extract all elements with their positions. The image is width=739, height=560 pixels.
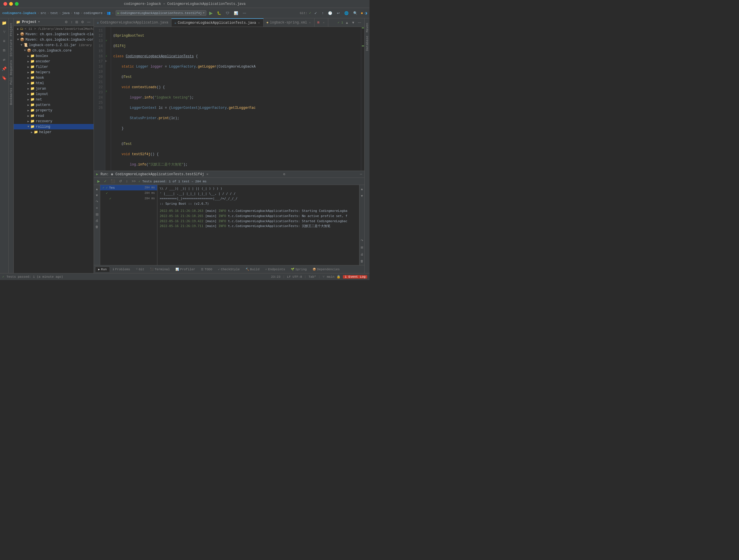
tab-bar-up-btn[interactable]: ▲ bbox=[344, 20, 349, 25]
bottom-tab-build[interactable]: 🔨 Build bbox=[243, 267, 263, 272]
breadcrumb-java[interactable]: java bbox=[62, 11, 69, 15]
tree-item-boolex[interactable]: ▶ 📁 boolex bbox=[14, 53, 94, 59]
run-up-btn[interactable]: ▲ bbox=[94, 186, 100, 192]
sidebar-item-structure[interactable]: ≡ bbox=[1, 38, 7, 44]
run-expand-all-btn[interactable]: ⊞ bbox=[359, 245, 364, 250]
tree-item-joran[interactable]: ▶ 📁 joran bbox=[14, 86, 94, 91]
sidebar-item-bookmark[interactable]: 🔖 bbox=[1, 75, 7, 81]
bottom-tab-checkstyle[interactable]: ✓ CheckStyle bbox=[215, 267, 243, 272]
panel-filter-btn[interactable]: ⊞ bbox=[75, 20, 79, 24]
tab-close-xml-icon[interactable]: ✕ bbox=[309, 21, 311, 25]
test-item-2[interactable]: ✓ 284 ms bbox=[100, 196, 157, 201]
tree-item-pattern[interactable]: ▶ 📁 pattern bbox=[14, 102, 94, 108]
bottom-tab-problems[interactable]: ℹ Problems bbox=[110, 267, 133, 272]
sidebar-item-pullreq[interactable]: ⇄ bbox=[1, 56, 7, 63]
vcs-push-button[interactable]: ↑ bbox=[320, 11, 325, 16]
close-btn[interactable] bbox=[3, 2, 7, 6]
run-clear-btn[interactable]: 🗑 bbox=[359, 258, 364, 264]
tree-item-property[interactable]: ▶ 📁 property bbox=[14, 108, 94, 113]
tree-item-helper[interactable]: ▶ 📁 helper bbox=[14, 129, 94, 135]
test-item-root[interactable]: ✓ ✓ Tes 284 ms bbox=[100, 185, 157, 190]
run-print-btn[interactable]: 🖨 bbox=[94, 218, 100, 223]
tree-item-package[interactable]: ▼ 📦 ch.qos.logback.core bbox=[14, 48, 94, 53]
tree-item-net[interactable]: ▶ 📁 net bbox=[14, 97, 94, 102]
tree-item-rolling[interactable]: ▼ 📁 rolling bbox=[14, 124, 94, 129]
vcs-rollback-button[interactable]: ↩ bbox=[335, 11, 341, 16]
panel-settings-btn[interactable]: ⚙ bbox=[64, 20, 69, 24]
tree-item-html[interactable]: ▶ 📁 html bbox=[14, 81, 94, 86]
panel-label-pullreq[interactable]: Pull Requests bbox=[9, 58, 13, 87]
run-down-btn[interactable]: ▼ bbox=[94, 192, 100, 198]
sidebar-item-project[interactable]: 📁 bbox=[1, 20, 7, 26]
tree-item-encoder[interactable]: ▶ 📁 encoder bbox=[14, 59, 94, 64]
maximize-btn[interactable] bbox=[15, 2, 19, 6]
search-button[interactable]: 🔍 bbox=[352, 11, 359, 16]
tree-item-jar[interactable]: ▼ 📜 logback-core-1.2.11.jar library root bbox=[14, 42, 94, 48]
run-toolbar-rerun-btn[interactable]: ↺ bbox=[118, 179, 123, 184]
run-toolbar-stop-btn[interactable]: ⬛ bbox=[110, 179, 116, 184]
bottom-tab-todo[interactable]: ☰ TODO bbox=[198, 267, 215, 272]
code-content[interactable]: @SpringBootTest @Slf4j class CodingmoreL… bbox=[111, 27, 361, 171]
breadcrumb-src[interactable]: src bbox=[40, 11, 46, 15]
run-print-output-btn[interactable]: 🖨 bbox=[359, 251, 364, 257]
tab-bar-down-btn[interactable]: ▼ bbox=[350, 20, 356, 25]
translate-button[interactable]: 🌐 bbox=[343, 11, 350, 16]
tab-bar-more-btn[interactable]: ⋯ bbox=[357, 20, 362, 25]
debug-button[interactable]: 🐛 bbox=[215, 11, 223, 16]
panel-label-structure[interactable]: Structure bbox=[9, 38, 13, 58]
breadcrumb-codingmore[interactable]: codingmore bbox=[84, 11, 103, 15]
run-config-dropdown[interactable]: ▶ CodingmoreLogbackApplicationTests.test… bbox=[116, 10, 207, 16]
tab-codingmore-app[interactable]: ☕ CodingmoreLogbackApplication.java bbox=[94, 18, 171, 27]
bottom-tab-terminal[interactable]: ⬛ Terminal bbox=[147, 267, 173, 272]
run-scroll-btn[interactable]: ↷ bbox=[94, 199, 100, 204]
window-controls[interactable] bbox=[3, 2, 19, 6]
coverage-button[interactable]: 🛡 bbox=[225, 11, 231, 16]
breadcrumb-test[interactable]: test bbox=[50, 11, 58, 15]
run-panel-minimize[interactable]: — bbox=[360, 172, 362, 176]
panel-close-btn[interactable]: — bbox=[86, 20, 91, 24]
bottom-tab-dependencies[interactable]: 📦 Dependencies bbox=[310, 267, 342, 272]
bottom-tab-git[interactable]: ⑂ Git bbox=[133, 267, 147, 272]
run-scroll-down-btn[interactable]: ▼ bbox=[359, 193, 364, 199]
tree-item-logback-classic[interactable]: ▶ 📦 Maven: ch.qos.logback:logback-classi… bbox=[14, 31, 94, 37]
panel-label-database[interactable]: Database bbox=[365, 34, 369, 53]
run-scroll-to-end-btn[interactable]: ↷ bbox=[359, 238, 364, 243]
vcs-update-button[interactable]: ✓ bbox=[313, 11, 319, 16]
bottom-tab-profiler[interactable]: 📊 Profiler bbox=[173, 267, 198, 272]
editor-scrollbar[interactable] bbox=[361, 27, 364, 171]
tab-codingmore-tests[interactable]: ☕ CodingmoreLogbackApplicationTests.java… bbox=[171, 18, 264, 27]
panel-sort-btn[interactable]: ↕ bbox=[70, 20, 73, 24]
tree-item-logback-core[interactable]: ▼ 📦 Maven: ch.qos.logback:logback-core:1… bbox=[14, 37, 94, 42]
tab-close-maven-icon[interactable]: ✕ bbox=[322, 21, 325, 25]
tree-item-read[interactable]: ▶ 📁 read bbox=[14, 113, 94, 119]
run-button[interactable]: ▶ bbox=[208, 10, 214, 16]
tab-maven[interactable]: m ✕ bbox=[315, 18, 328, 27]
panel-label-project[interactable]: Project bbox=[9, 21, 13, 38]
tree-item-filter[interactable]: ▶ 📁 filter bbox=[14, 64, 94, 69]
sidebar-item-maven[interactable]: m bbox=[1, 47, 7, 53]
bottom-tab-endpoints[interactable]: ⚡ Endpoints bbox=[263, 267, 288, 272]
run-toolbar-sort-btn[interactable]: ↕ bbox=[125, 179, 129, 184]
panel-gear-btn[interactable]: ⚙ bbox=[80, 20, 85, 24]
tab-logback-xml[interactable]: ◈ logback-spring.xml ✕ bbox=[264, 18, 315, 27]
minimize-btn[interactable] bbox=[9, 2, 13, 6]
status-error-badge[interactable]: 1 Event Log bbox=[343, 275, 367, 279]
tree-item-recovery[interactable]: ▶ 📁 recovery bbox=[14, 119, 94, 124]
run-toolbar-check-btn[interactable]: ✓ bbox=[103, 179, 108, 184]
sidebar-item-pin[interactable]: 📌 bbox=[1, 65, 7, 72]
run-trash-btn[interactable]: 🗑 bbox=[94, 224, 100, 230]
run-panel-settings[interactable]: ⚙ bbox=[283, 172, 285, 176]
panel-label-bookmarks[interactable]: Bookmarks bbox=[9, 86, 13, 107]
run-scroll-up-btn[interactable]: ▲ bbox=[359, 186, 364, 192]
tree-item-jdk[interactable]: ▶ 🗂 < 11 > /Library/Java/JavaVirtualMach… bbox=[14, 26, 94, 31]
profile-button[interactable]: 📊 bbox=[233, 11, 240, 16]
breadcrumb-project[interactable]: codingmore-logback bbox=[2, 11, 36, 15]
tree-item-helpers[interactable]: ▶ 📁 helpers bbox=[14, 69, 94, 75]
run-filter-btn[interactable]: ▤ bbox=[94, 211, 100, 217]
run-toolbar-play-btn[interactable]: ▶ bbox=[96, 179, 101, 184]
run-toolbar-expand-btn[interactable]: >> bbox=[131, 179, 137, 184]
test-item-1[interactable]: ✓ 284 ms bbox=[100, 190, 157, 196]
more-run-button[interactable]: ⋯ bbox=[241, 11, 248, 16]
vcs-history-button[interactable]: 🕐 bbox=[326, 11, 334, 16]
tab-close-icon[interactable]: ✕ bbox=[258, 21, 261, 25]
